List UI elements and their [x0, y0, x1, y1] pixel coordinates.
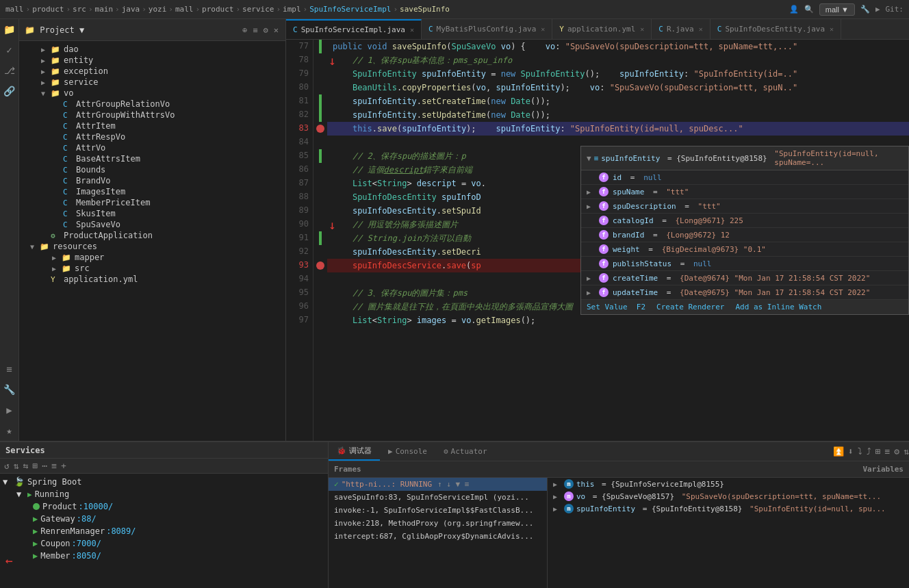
field-spuDescription[interactable]: ▶ f spuDescription = "ttt": [581, 199, 908, 214]
restful-icon[interactable]: 🔗: [2, 84, 17, 99]
run-debug-icon[interactable]: ▶: [2, 402, 17, 418]
svc-renren[interactable]: ▶ RenrenManager :8089/: [0, 525, 328, 537]
field-updateTime[interactable]: ▶ f updateTime = {Date@9675} "Mon Jan 17…: [581, 285, 908, 300]
field-publishStatus[interactable]: f publishStatus = null: [581, 257, 908, 271]
tree-BrandVo[interactable]: C BrandVo: [19, 175, 285, 186]
actuator-icon: ⚙: [444, 447, 448, 456]
svc-coupon[interactable]: ▶ Coupon :7000/: [0, 537, 328, 550]
close-panel-icon[interactable]: ✕: [272, 24, 280, 36]
refresh-icon[interactable]: ↺: [4, 461, 10, 471]
mall-dropdown[interactable]: mall ▼: [819, 3, 855, 16]
svc-product[interactable]: Product :10000/: [0, 500, 328, 513]
structure-icon[interactable]: ≡: [2, 361, 17, 376]
tree-SkusItem[interactable]: C SkusItem: [19, 208, 285, 219]
tab-MyBatisPlusConfig[interactable]: C MyBatisPlusConfig.java ✕: [422, 19, 552, 39]
resume-icon[interactable]: ⏫: [833, 446, 844, 457]
bc-mall[interactable]: mall: [5, 5, 24, 14]
tab-actuator[interactable]: ⚙ Actuator: [435, 442, 496, 461]
set-value-btn[interactable]: Set Value F2: [587, 303, 645, 311]
frame-2[interactable]: invoke:-1, SpuInfoServiceImpl$$FastClass…: [329, 504, 547, 517]
tree-AttrVo[interactable]: C AttrVo: [19, 142, 285, 153]
gutter-97: [313, 314, 327, 327]
bc-product[interactable]: product: [32, 5, 64, 14]
settings-icon[interactable]: ⚙: [262, 24, 270, 36]
expand-icon[interactable]: ⇆: [23, 461, 29, 471]
tree-AttrItem[interactable]: C AttrItem: [19, 120, 285, 131]
field-brandId[interactable]: f brandId = {Long@9672} 12: [581, 228, 908, 242]
step-out-icon[interactable]: ⤴: [867, 446, 871, 457]
tab-SpuInfoDescEntity[interactable]: C SpuInfoDescEntity.java ✕: [710, 19, 841, 39]
tree-dao[interactable]: ▶ 📁 dao: [19, 44, 285, 55]
tab-R[interactable]: C R.java ✕: [652, 19, 710, 39]
collapse-all-icon[interactable]: ⇅: [14, 461, 19, 471]
tab-SpuInfoServiceImpl[interactable]: C SpuInfoServiceImpl.java ✕: [286, 19, 422, 39]
tab-close-icon4[interactable]: ✕: [699, 25, 703, 33]
restore-icon[interactable]: ⇅: [904, 446, 909, 457]
tree-SpuSaveVo[interactable]: C SpuSaveVo: [19, 219, 285, 230]
tree-exception[interactable]: ▶ 📁 exception: [19, 66, 285, 77]
add-icon[interactable]: +: [61, 461, 66, 471]
step-over-icon[interactable]: ⬇: [848, 446, 854, 457]
tab-console[interactable]: ▶ Console: [380, 442, 435, 461]
run-config-icon[interactable]: ≡: [51, 461, 57, 471]
tab-close-icon3[interactable]: ✕: [640, 25, 644, 33]
tab-close-icon5[interactable]: ✕: [830, 25, 834, 33]
tab-close-icon2[interactable]: ✕: [541, 25, 545, 33]
running-dot-gateway: ▶: [33, 514, 38, 524]
group-icon[interactable]: ⊞: [32, 461, 38, 471]
tree-AttrGroupRelationVo[interactable]: C AttrGroupRelationVo: [19, 99, 285, 110]
field-createTime[interactable]: ▶ f createTime = {Date@9674} "Mon Jan 17…: [581, 271, 908, 285]
field-spuName[interactable]: ▶ f spuName = "ttt": [581, 185, 908, 199]
tree-MemberPriceItem[interactable]: C MemberPriceItem: [19, 197, 285, 208]
field-id[interactable]: f id = null: [581, 170, 908, 185]
tree-resources[interactable]: ▼ 📁 resources: [19, 241, 285, 252]
field-weight[interactable]: f weight = {BigDecimal@9673} "0.1": [581, 242, 908, 257]
var-vo[interactable]: ▶ m vo = {SpuSaveVo@8157} "SpuSaveVo(spu…: [548, 490, 909, 502]
svc-gateway[interactable]: ▶ Gateway :88/: [0, 513, 328, 525]
svc-spring-boot[interactable]: ▼ 🍃 Spring Boot: [0, 475, 328, 488]
wrench-icon[interactable]: 🔧: [2, 382, 17, 397]
field-catalogId[interactable]: f catalogId = {Long@9671} 225: [581, 214, 908, 228]
tree-entity[interactable]: ▶ 📁 entity: [19, 55, 285, 66]
add-inline-watch-btn[interactable]: Add as Inline Watch: [735, 303, 821, 311]
tree-ImagesItem[interactable]: C ImagesItem: [19, 186, 285, 197]
var-this[interactable]: ▶ m this = {SpuInfoServiceImpl@8155}: [548, 478, 909, 490]
tree-Bounds[interactable]: C Bounds: [19, 164, 285, 175]
create-renderer-btn[interactable]: Create Renderer: [656, 303, 724, 311]
collapse-icon[interactable]: ≡: [251, 24, 259, 36]
tab-application-yml[interactable]: Y application.yml ✕: [552, 19, 652, 39]
svc-running-group[interactable]: ▼ ▶ Running: [0, 488, 328, 500]
frame-1[interactable]: saveSpuInfo:83, SpuInfoServiceImpl (yozi…: [329, 491, 547, 504]
collapse-all-icon[interactable]: ▼: [587, 154, 591, 163]
scope-icon[interactable]: ⊕: [241, 24, 248, 36]
frame-4[interactable]: intercept:687, CglibAopProxy$DynamicAdvi…: [329, 530, 547, 543]
tree-service[interactable]: ▶ 📁 service: [19, 77, 285, 88]
tree-BaseAttrsItem[interactable]: C BaseAttrsItem: [19, 153, 285, 164]
tab-close-icon[interactable]: ✕: [410, 26, 414, 34]
tree-AttrGroupWithAttrsVo[interactable]: C AttrGroupWithAttrsVo: [19, 110, 285, 120]
frame-0[interactable]: ✓ "http-ni...: RUNNING ↑ ↓ ▼ ≡: [329, 478, 547, 491]
svc-member-port: :8050/: [72, 551, 101, 561]
commit-icon[interactable]: ✓: [2, 42, 17, 57]
tree-AttrRespVo[interactable]: C AttrRespVo: [19, 131, 285, 142]
settings2-icon[interactable]: ⚙: [894, 446, 899, 457]
gutter-79: [313, 67, 327, 81]
tree-vo[interactable]: ▼ 📁 vo: [19, 88, 285, 99]
tree-application-yml[interactable]: Y application.yml: [19, 274, 285, 285]
breadcrumb: mall › product › src › main › java › yoz…: [5, 5, 450, 14]
tree-mapper[interactable]: ▶ 📁 mapper: [19, 252, 285, 263]
svc-member[interactable]: ▶ Member :8050/: [0, 550, 328, 562]
svc-renren-port: :8089/: [106, 526, 136, 536]
tab-debugger[interactable]: 🐞 调试器: [329, 442, 380, 461]
project-icon[interactable]: 📁: [2, 22, 17, 37]
frame-3[interactable]: invoke:218, MethodProxy (org.springframe…: [329, 517, 547, 530]
filter-icon[interactable]: ⋯: [42, 461, 47, 471]
tree-src[interactable]: ▶ 📁 src: [19, 263, 285, 274]
favorites-icon[interactable]: ★: [2, 423, 17, 438]
tree-ProductApplication[interactable]: ⚙ ProductApplication: [19, 230, 285, 241]
more-icon[interactable]: ≡: [885, 446, 891, 457]
eval-icon[interactable]: ⊞: [875, 446, 881, 457]
var-spuInfoEntity[interactable]: ▶ m spuInfoEntity = {SpuInfoEntity@8158}…: [548, 502, 909, 515]
branch-icon[interactable]: ⎇: [2, 63, 17, 78]
step-into-icon[interactable]: ⤵: [858, 446, 862, 457]
